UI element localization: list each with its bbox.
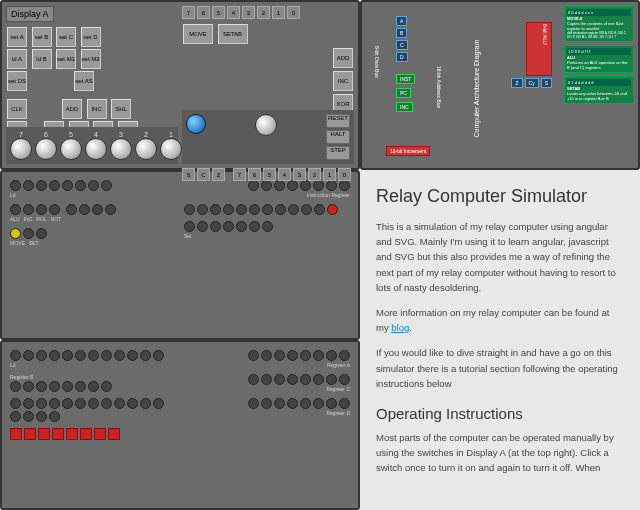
dial-3[interactable] bbox=[110, 138, 132, 160]
dial-7[interactable] bbox=[10, 138, 32, 160]
add-button[interactable]: ADD bbox=[62, 99, 82, 119]
instr-alu: 1 0 0 0 d f f f ALU Performs an ALU oper… bbox=[564, 45, 634, 73]
article-p4: Most parts of the computer can be operat… bbox=[376, 430, 624, 476]
set-m2-button[interactable]: set M2 bbox=[81, 49, 101, 69]
article-p3: If you would like to dive straight in an… bbox=[376, 345, 624, 391]
article: Relay Computer Simulator This is a simul… bbox=[360, 170, 640, 510]
b-inc[interactable]: INC bbox=[333, 71, 353, 91]
dial-6[interactable] bbox=[35, 138, 57, 160]
dial-1[interactable] bbox=[160, 138, 182, 160]
set-d-button[interactable]: set D bbox=[81, 27, 101, 47]
halt-button[interactable]: HALT bbox=[326, 130, 350, 144]
set-a-button[interactable]: set A bbox=[7, 27, 27, 47]
clk-button[interactable]: CLK bbox=[7, 99, 27, 119]
set-m1-button[interactable]: set M1 bbox=[56, 49, 76, 69]
set-b-button[interactable]: set B bbox=[32, 27, 52, 47]
reset-button[interactable]: RESET bbox=[326, 114, 350, 128]
set-as-button[interactable]: set AS bbox=[74, 71, 94, 91]
ld-a-button[interactable]: ld A bbox=[7, 49, 27, 69]
step-button[interactable]: STEP bbox=[326, 146, 350, 160]
run-button[interactable] bbox=[186, 114, 206, 134]
article-title: Relay Computer Simulator bbox=[376, 186, 624, 207]
ld-b-button[interactable]: ld B bbox=[32, 49, 52, 69]
article-h2: Operating Instructions bbox=[376, 405, 624, 422]
architecture-diagram: Computer Architecture Diagram 8-bit ALU … bbox=[366, 6, 560, 164]
shl-button[interactable]: SHL bbox=[111, 99, 131, 119]
dial-4[interactable] bbox=[85, 138, 107, 160]
article-p1: This is a simulation of my relay compute… bbox=[376, 219, 624, 295]
alu-block: 8-bit ALU bbox=[526, 22, 552, 76]
blog-link[interactable]: blog bbox=[391, 322, 409, 333]
setab-button[interactable]: SETAB bbox=[218, 24, 248, 44]
set-c-button[interactable]: set C bbox=[56, 27, 76, 47]
dial-2[interactable] bbox=[135, 138, 157, 160]
move-button[interactable]: MOVE bbox=[183, 24, 213, 44]
b-add[interactable]: ADD bbox=[333, 48, 353, 68]
display-a-title: Display A bbox=[6, 6, 54, 22]
instr-move8: 0 0 d d d s s s MOVE-8 Copies the conten… bbox=[564, 6, 634, 42]
set-ds-button[interactable]: set DS bbox=[7, 71, 27, 91]
dial-5[interactable] bbox=[60, 138, 82, 160]
instr-setab: 0 1 d d d d d d SETAB Loads any value be… bbox=[564, 76, 634, 104]
mode-dial[interactable] bbox=[255, 114, 277, 136]
inc-button[interactable]: INC bbox=[87, 99, 107, 119]
